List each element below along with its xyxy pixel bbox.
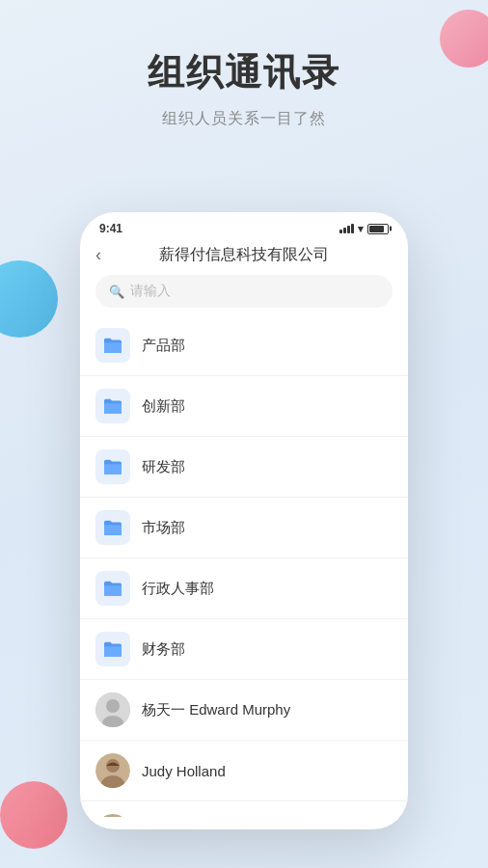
list-item[interactable]: 行政人事部 [80, 558, 408, 619]
search-bar[interactable]: 🔍 请输入 [95, 275, 393, 308]
top-nav: ‹ 薪得付信息科技有限公司 [80, 241, 408, 275]
folder-icon [95, 632, 130, 666]
dept-name-1: 产品部 [142, 337, 185, 355]
status-bar: 9:41 ▾ [80, 212, 408, 241]
svg-rect-3 [104, 525, 122, 535]
list-item[interactable]: 研发部 [80, 437, 408, 498]
dept-name-6: 财务部 [142, 640, 185, 659]
list-container: 产品部 创新部 研发部 [80, 315, 408, 817]
signal-icon [339, 224, 354, 233]
person-name-2: Judy Holland [142, 763, 226, 779]
svg-point-7 [106, 699, 120, 713]
nav-title: 薪得付信息科技有限公司 [159, 245, 329, 265]
svg-rect-5 [104, 646, 122, 657]
list-item[interactable]: 创新部 [80, 376, 408, 437]
dept-name-5: 行政人事部 [142, 580, 214, 598]
deco-circle-bottom-left [0, 781, 68, 849]
person-avatar-3 [95, 814, 130, 817]
search-icon: 🔍 [109, 285, 124, 299]
svg-rect-0 [104, 342, 122, 353]
list-item[interactable]: 市场部 [80, 498, 408, 558]
list-item[interactable]: 杨天一 Edward Murphy [80, 680, 408, 741]
svg-rect-4 [104, 585, 122, 596]
person-avatar-1 [95, 692, 130, 727]
list-item[interactable]: Judy Holland [80, 741, 408, 801]
dept-name-4: 市场部 [142, 519, 185, 537]
list-item[interactable]: 泮伟友 Lulu Herrera [80, 801, 408, 817]
deco-circle-left [0, 260, 58, 338]
phone-mockup: 9:41 ▾ ‹ 薪得付信息科技有限公司 🔍 请输入 [80, 212, 408, 829]
person-name-1: 杨天一 Edward Murphy [142, 701, 290, 719]
battery-icon [367, 224, 389, 234]
person-avatar-2 [95, 753, 130, 788]
folder-icon [95, 571, 130, 606]
status-time: 9:41 [99, 222, 122, 235]
sub-title: 组织人员关系一目了然 [19, 109, 469, 129]
dept-name-2: 创新部 [142, 397, 185, 416]
folder-icon [95, 510, 130, 545]
wifi-icon: ▾ [358, 223, 364, 235]
main-title: 组织通讯录 [19, 48, 469, 97]
folder-icon [95, 449, 130, 484]
svg-point-12 [95, 814, 130, 817]
header-section: 组织通讯录 组织人员关系一目了然 [0, 0, 488, 158]
svg-rect-2 [104, 464, 122, 475]
back-button[interactable]: ‹ [95, 245, 101, 265]
dept-name-3: 研发部 [142, 458, 185, 476]
status-icons: ▾ [339, 223, 389, 235]
folder-icon [95, 389, 130, 423]
list-item[interactable]: 产品部 [80, 315, 408, 376]
list-item[interactable]: 财务部 [80, 619, 408, 680]
search-placeholder: 请输入 [130, 283, 171, 300]
folder-icon [95, 328, 130, 363]
svg-rect-1 [104, 403, 122, 414]
